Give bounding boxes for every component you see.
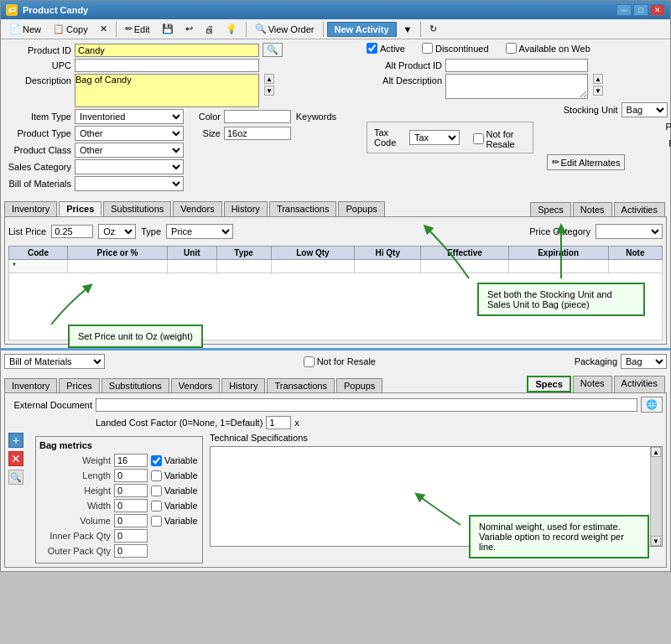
weight-variable-checkbox[interactable] xyxy=(151,455,162,466)
close-button[interactable]: ✕ xyxy=(650,4,665,16)
price-category-select[interactable] xyxy=(596,224,663,239)
add-row-button[interactable]: + xyxy=(8,433,23,448)
product-type-select[interactable]: Other xyxy=(75,126,184,141)
edit-alternates-button[interactable]: ✏ Edit Alternates xyxy=(547,154,626,170)
landed-cost-input[interactable] xyxy=(266,416,291,429)
copy-button[interactable]: 📋 Copy xyxy=(48,21,93,37)
height-input[interactable] xyxy=(114,484,148,497)
price-type-select[interactable]: Price xyxy=(166,224,233,239)
specs-scroll-down[interactable]: ▼ xyxy=(651,536,661,546)
height-variable-label[interactable]: Variable xyxy=(151,486,198,496)
search-row-button[interactable]: 🔍 xyxy=(8,470,23,485)
description-input[interactable]: Bag of Candy xyxy=(75,74,259,107)
lightbulb-button[interactable]: 💡 xyxy=(221,21,242,37)
alt-description-input[interactable] xyxy=(445,74,588,99)
product-id-input[interactable] xyxy=(75,44,259,57)
tab-prices[interactable]: Prices xyxy=(59,201,101,216)
tab-popups[interactable]: Popups xyxy=(338,201,384,216)
color-input[interactable] xyxy=(224,110,291,123)
tax-code-select[interactable]: Tax xyxy=(409,130,460,145)
length-variable-label[interactable]: Variable xyxy=(151,470,198,481)
new-button[interactable]: 📄 New xyxy=(4,21,46,37)
alt-desc-scroll-up[interactable]: ▲ xyxy=(593,74,603,84)
weight-input[interactable] xyxy=(114,454,148,467)
desc-scroll-down[interactable]: ▼ xyxy=(264,86,274,96)
undo-button[interactable]: ↩ xyxy=(180,21,198,37)
lower-bom-select[interactable]: Bill of Materials xyxy=(4,354,105,369)
outer-pack-qty-input[interactable] xyxy=(114,544,148,558)
discontinued-checkbox[interactable] xyxy=(422,43,433,54)
alt-desc-scroll-down[interactable]: ▼ xyxy=(593,86,603,96)
search-icon: 🔍 xyxy=(267,44,278,55)
lower-not-for-resale-checkbox[interactable] xyxy=(304,356,315,367)
refresh-button[interactable]: ↻ xyxy=(424,21,442,37)
item-type-select[interactable]: Inventoried xyxy=(75,109,184,124)
available-on-web-checkbox-label[interactable]: Available on Web xyxy=(506,43,590,54)
bill-of-materials-select[interactable] xyxy=(75,176,184,191)
maximize-button[interactable]: □ xyxy=(633,4,648,16)
upc-input[interactable] xyxy=(75,59,259,72)
lower-tab-prices[interactable]: Prices xyxy=(59,378,100,392)
tab-inventory[interactable]: Inventory xyxy=(4,201,57,216)
lower-tab-transactions[interactable]: Transactions xyxy=(267,378,335,392)
price-unit-select[interactable]: Oz xyxy=(98,224,136,239)
product-class-select[interactable]: Other xyxy=(75,143,184,158)
lower-tab-specs[interactable]: Specs xyxy=(527,376,570,392)
weight-variable-label[interactable]: Variable xyxy=(151,455,198,466)
external-doc-browse[interactable]: 🌐 xyxy=(641,397,663,413)
not-for-resale-label[interactable]: Not for Resale xyxy=(473,129,526,149)
tab-transactions[interactable]: Transactions xyxy=(269,201,337,216)
alt-product-id-input[interactable] xyxy=(445,59,588,72)
view-order-button[interactable]: 🔍 View Order xyxy=(250,21,320,37)
volume-variable-label[interactable]: Variable xyxy=(151,516,198,527)
height-variable-checkbox[interactable] xyxy=(151,486,162,496)
lower-tab-activities[interactable]: Activities xyxy=(614,376,665,392)
desc-scroll-up[interactable]: ▲ xyxy=(264,74,274,84)
size-input[interactable] xyxy=(224,127,291,140)
stocking-unit-select[interactable]: Bag xyxy=(622,102,668,117)
refresh-icon: ↻ xyxy=(429,23,437,34)
width-input[interactable] xyxy=(114,499,148,512)
col-code: Code xyxy=(9,247,68,260)
tab-history[interactable]: History xyxy=(224,201,268,216)
available-on-web-checkbox[interactable] xyxy=(506,43,517,54)
discontinued-checkbox-label[interactable]: Discontinued xyxy=(422,43,489,54)
tab-notes[interactable]: Notes xyxy=(573,202,612,216)
width-variable-checkbox[interactable] xyxy=(151,501,162,512)
remove-row-button[interactable]: ✕ xyxy=(8,451,23,466)
tab-activities[interactable]: Activities xyxy=(614,202,665,216)
search-button[interactable]: 🔍 xyxy=(263,43,283,57)
volume-variable-checkbox[interactable] xyxy=(151,516,162,527)
edit-button[interactable]: ✏ Edit xyxy=(120,21,155,37)
tab-substitutions[interactable]: Substitutions xyxy=(103,201,171,216)
length-variable-checkbox[interactable] xyxy=(151,470,162,481)
lower-tab-history[interactable]: History xyxy=(221,378,265,392)
width-variable-label[interactable]: Variable xyxy=(151,501,198,512)
save-button[interactable]: 💾 xyxy=(157,21,179,37)
not-for-resale-checkbox[interactable] xyxy=(473,133,484,144)
lower-tab-vendors[interactable]: Vendors xyxy=(171,378,220,392)
lower-packaging-select[interactable]: Bag xyxy=(621,354,667,369)
tab-vendors[interactable]: Vendors xyxy=(173,201,221,216)
list-price-input[interactable] xyxy=(51,225,93,238)
length-input[interactable] xyxy=(114,469,148,482)
tab-specs[interactable]: Specs xyxy=(530,202,571,216)
volume-input[interactable] xyxy=(114,514,148,527)
lower-tab-popups[interactable]: Popups xyxy=(336,378,382,392)
lower-tab-substitutions[interactable]: Substitutions xyxy=(101,378,169,392)
active-checkbox[interactable] xyxy=(367,43,377,54)
sales-category-select[interactable] xyxy=(75,159,184,174)
lower-tab-inventory[interactable]: Inventory xyxy=(4,378,57,392)
delete-button[interactable]: ✕ xyxy=(95,21,112,37)
external-doc-input[interactable] xyxy=(96,398,637,412)
active-checkbox-label[interactable]: Active xyxy=(367,43,405,54)
lower-not-for-resale[interactable]: Not for Resale xyxy=(304,356,376,367)
toolbar-separator xyxy=(116,22,117,37)
dropdown-button[interactable]: ▼ xyxy=(398,22,418,37)
minimize-button[interactable]: ─ xyxy=(616,4,632,16)
lower-tab-notes[interactable]: Notes xyxy=(573,376,612,392)
inner-pack-qty-input[interactable] xyxy=(114,529,148,543)
print-button[interactable]: 🖨 xyxy=(200,22,219,37)
specs-scroll-up[interactable]: ▲ xyxy=(651,447,661,457)
new-activity-button[interactable]: New Activity xyxy=(327,22,397,37)
